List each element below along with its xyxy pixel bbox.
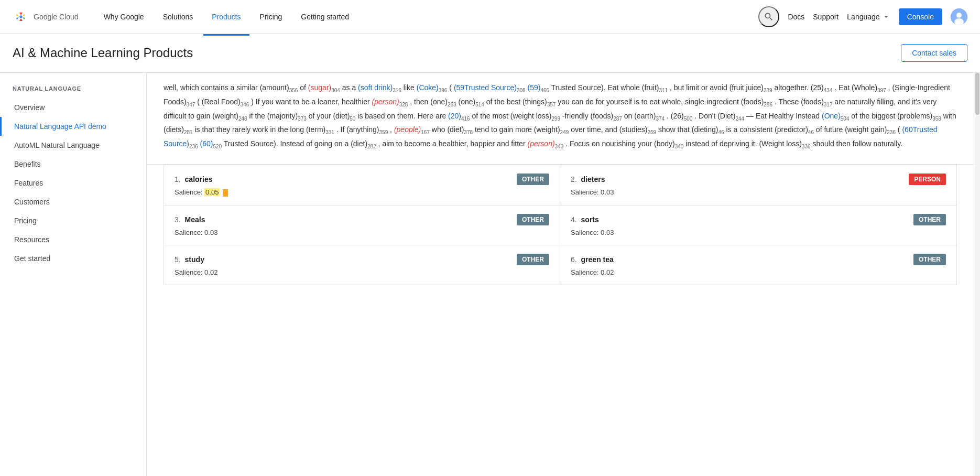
token-amount[interactable]: (amount) xyxy=(260,83,289,92)
token-earth[interactable]: (earth) xyxy=(634,112,656,120)
token-coke[interactable]: (Coke) xyxy=(417,83,439,92)
token-whole[interactable]: (Whole) xyxy=(852,83,877,92)
nav-pricing[interactable]: Pricing xyxy=(252,8,291,25)
token-weight-1[interactable]: (weight) xyxy=(212,112,238,120)
token-fruit-juice[interactable]: (fruit juice) xyxy=(729,83,764,92)
salience-cursor-1 xyxy=(223,189,228,197)
token-20[interactable]: (20) xyxy=(448,112,461,120)
page-title-bar: AI & Machine Learning Products Contact s… xyxy=(0,34,980,73)
entity-rank-1: 1. xyxy=(175,175,181,183)
entity-salience-5: Salience: 0.02 xyxy=(175,268,549,276)
token-predictor[interactable]: (predictor) xyxy=(775,125,808,134)
entity-rank-5: 5. xyxy=(175,255,181,264)
sidebar-item-get-started[interactable]: Get started xyxy=(0,249,146,268)
sidebar-item-features[interactable]: Features xyxy=(0,174,146,192)
scrollbar-thumb[interactable] xyxy=(975,73,979,115)
token-diet-2[interactable]: (diet) xyxy=(447,125,464,134)
sidebar-item-automl[interactable]: AutoML Natural Language xyxy=(0,136,146,155)
sidebar-item-pricing[interactable]: Pricing xyxy=(0,211,146,230)
token-59trusted[interactable]: (59Trusted Source) xyxy=(454,83,517,92)
sidebar-item-customers[interactable]: Customers xyxy=(0,192,146,211)
entity-name-3: 3. Meals xyxy=(175,215,205,224)
token-person-2[interactable]: (person) xyxy=(527,139,554,148)
entity-badge-6: OTHER xyxy=(913,254,946,265)
token-diet-1[interactable]: (diet) xyxy=(333,112,350,120)
scrollbar-track xyxy=(974,73,980,476)
token-people[interactable]: (people) xyxy=(394,125,421,134)
entity-header-3: 3. Meals OTHER xyxy=(175,214,549,225)
support-link[interactable]: Support xyxy=(813,13,839,21)
token-fruit[interactable]: (fruit) xyxy=(642,83,659,92)
svg-point-4 xyxy=(956,13,962,18)
entity-rank-2: 2. xyxy=(571,175,577,183)
header: Google Cloud Why Google Solutions Produc… xyxy=(0,0,980,34)
language-button[interactable]: Language xyxy=(847,13,890,21)
token-majority[interactable]: (majority) xyxy=(267,112,298,120)
token-diet-cap[interactable]: (Diet) xyxy=(717,112,735,120)
token-one-1[interactable]: (one) xyxy=(430,98,448,106)
contact-sales-button[interactable]: Contact sales xyxy=(901,44,967,62)
token-weight-loss-1[interactable]: (weight loss) xyxy=(510,112,552,120)
entity-card-4: 4. sorts OTHER Salience: 0.03 xyxy=(560,205,957,245)
docs-link[interactable]: Docs xyxy=(788,13,804,21)
token-weight-2[interactable]: (weight) xyxy=(534,125,560,134)
entity-name-text-4: sorts xyxy=(581,215,599,224)
search-button[interactable] xyxy=(758,6,779,27)
sidebar-item-benefits[interactable]: Benefits xyxy=(0,155,146,174)
sidebar-item-resources[interactable]: Resources xyxy=(0,230,146,249)
language-label: Language xyxy=(847,13,879,21)
sidebar-section-title: NATURAL LANGUAGE xyxy=(0,85,146,98)
token-26[interactable]: (26) xyxy=(671,112,684,120)
salience-value-1: 0.05 xyxy=(204,188,220,196)
token-sugar[interactable]: (sugar) xyxy=(308,83,331,92)
token-one-2[interactable]: (one) xyxy=(459,98,476,106)
entity-name-1: 1. calories xyxy=(175,175,213,183)
token-dieting[interactable]: (dieting) xyxy=(692,125,718,134)
token-diets[interactable]: (diets) xyxy=(164,125,184,134)
token-59[interactable]: (59) xyxy=(528,83,541,92)
salience-value-3: 0.03 xyxy=(204,229,217,236)
token-25[interactable]: (25) xyxy=(811,83,824,92)
sidebar-item-overview[interactable]: Overview xyxy=(0,98,146,117)
token-body[interactable]: (body) xyxy=(654,139,675,148)
logo-text: Google Cloud xyxy=(34,13,79,21)
token-problems[interactable]: (problems) xyxy=(897,112,932,120)
nav-why-google[interactable]: Why Google xyxy=(95,8,153,25)
nav-solutions[interactable]: Solutions xyxy=(155,8,202,25)
sidebar-item-nl-api-demo[interactable]: Natural Language API demo xyxy=(0,117,146,136)
token-anything[interactable]: (anything) xyxy=(346,125,379,134)
token-weight-loss-2[interactable]: (Weight loss) xyxy=(759,139,801,148)
chevron-down-icon xyxy=(882,13,890,21)
nav-products[interactable]: Products xyxy=(203,8,249,25)
entities-grid: 1. calories OTHER Salience: 0.05 2. diet… xyxy=(164,165,957,285)
sidebar: NATURAL LANGUAGE Overview Natural Langua… xyxy=(0,73,147,476)
entity-name-text-5: study xyxy=(185,255,204,264)
text-analysis-content: well, which contains a similar (amount)3… xyxy=(147,73,974,165)
token-foods-2[interactable]: (foods) xyxy=(801,98,824,106)
token-person-1[interactable]: (person) xyxy=(372,98,399,106)
entity-salience-6: Salience: 0.02 xyxy=(571,268,946,276)
entity-name-5: 5. study xyxy=(175,255,204,264)
token-real-food[interactable]: (Real Food) xyxy=(202,98,241,106)
nav-getting-started[interactable]: Getting started xyxy=(292,8,357,25)
token-diet-3[interactable]: (diet) xyxy=(351,139,367,148)
token-one-3[interactable]: (One) xyxy=(822,112,841,120)
token-foods-3[interactable]: (foods) xyxy=(591,112,614,120)
token-things[interactable]: (things) xyxy=(522,98,547,106)
entity-card-1: 1. calories OTHER Salience: 0.05 xyxy=(164,165,560,205)
token-soft-drink[interactable]: (soft drink) xyxy=(358,83,393,92)
entity-name-text-3: Meals xyxy=(185,215,205,224)
token-studies[interactable]: (studies) xyxy=(619,125,648,134)
token-term[interactable]: (term) xyxy=(306,125,325,134)
entity-salience-4: Salience: 0.03 xyxy=(571,229,946,236)
avatar[interactable] xyxy=(951,8,967,25)
token-foods-1[interactable]: (foods) xyxy=(741,98,764,106)
token-weight-gain[interactable]: (weight gain) xyxy=(845,125,887,134)
svg-point-2 xyxy=(19,15,22,18)
entity-badge-4: OTHER xyxy=(913,214,946,225)
token-60[interactable]: (60) xyxy=(200,139,213,148)
console-button[interactable]: Console xyxy=(899,8,942,25)
search-icon xyxy=(764,12,774,22)
google-cloud-logo[interactable]: Google Cloud xyxy=(13,8,79,25)
entity-salience-1: Salience: 0.05 xyxy=(175,188,549,197)
